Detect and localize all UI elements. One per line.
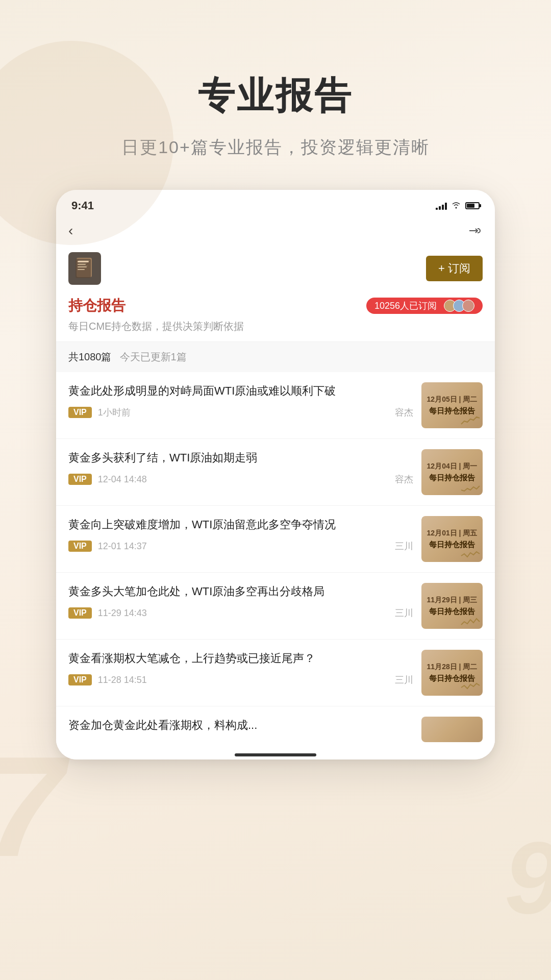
vip-badge: VIP [68,674,92,685]
thumb-date: 11月28日 | 周二 [427,662,478,672]
list-item[interactable]: 黄金向上突破难度增加，WTI原油留意此多空争夺情况 VIP 12-01 14:3… [56,506,495,573]
status-icons [436,201,480,211]
article-time: 12-04 14:48 [98,474,147,485]
channel-name-row: 持仓报告 10256人已订阅 [68,296,483,315]
article-time: 11-28 14:51 [98,675,147,685]
list-item[interactable]: 黄金看涨期权大笔减仓，上行趋势或已接近尾声？ VIP 11-28 14:51 三… [56,640,495,706]
signal-icon [436,202,447,210]
channel-desc: 每日CME持仓数据，提供决策判断依据 [68,320,483,333]
thumb-date: 12月05日 | 周二 [427,395,478,405]
wifi-icon [451,201,461,211]
article-time: 11-29 14:43 [98,608,147,619]
back-button[interactable]: ‹ [68,223,73,239]
thumb-date: 12月01日 | 周五 [427,528,478,538]
main-title: 专业报告 [0,71,551,120]
article-author: 三川 [395,674,413,686]
article-thumbnail: 12月01日 | 周五 每日持仓报告 [421,516,483,562]
channel-header: + 订阅 [56,247,495,293]
home-indicator [235,753,316,756]
article-meta: VIP 11-28 14:51 三川 [68,674,413,686]
article-meta: VIP 11-29 14:43 三川 [68,607,413,619]
stats-update: 今天已更新1篇 [120,350,187,364]
article-title: 资金加仓黄金此处看涨期权，料构成... [68,717,413,733]
status-bar: 9:41 [56,190,495,217]
article-content: 黄金向上突破难度增加，WTI原油留意此多空争夺情况 VIP 12-01 14:3… [68,516,413,552]
channel-info: 持仓报告 10256人已订阅 每日CME持仓数据，提供决策判断依据 [56,293,495,341]
article-content: 资金加仓黄金此处看涨期权，料构成... [68,717,413,741]
subscriber-avatars [444,300,474,312]
bg-number-2: 9 [505,827,551,929]
list-item[interactable]: 黄金多头大笔加仓此处，WTI原油多空再出分歧格局 VIP 11-29 14:43… [56,573,495,640]
nav-bar: ‹ [56,217,495,247]
article-content: 黄金多头大笔加仓此处，WTI原油多空再出分歧格局 VIP 11-29 14:43… [68,583,413,619]
status-time: 9:41 [71,199,94,212]
article-thumbnail: 11月28日 | 周二 每日持仓报告 [421,650,483,696]
article-author: 三川 [395,540,413,552]
article-title: 黄金多头大笔加仓此处，WTI原油多空再出分歧格局 [68,583,413,600]
subscribe-button[interactable]: + 订阅 [426,256,483,281]
share-button[interactable] [466,223,483,239]
article-thumbnail: 12月05日 | 周二 每日持仓报告 [421,382,483,428]
article-meta: VIP 1小时前 容杰 [68,406,413,419]
article-thumbnail: 12月04日 | 周一 每日持仓报告 [421,449,483,495]
avatar [462,300,474,312]
sub-title: 日更10+篇专业报告，投资逻辑更清晰 [0,136,551,159]
subscriber-count: 10256人已订阅 [374,300,437,312]
subscriber-badge: 10256人已订阅 [366,298,483,314]
thumb-date: 11月29日 | 周三 [427,595,478,605]
article-thumbnail-partial [421,717,483,742]
article-list: 黄金此处形成明显的对峙局面WTI原油或难以顺利下破 VIP 1小时前 容杰 12… [56,372,495,747]
battery-icon [465,202,480,209]
article-title: 黄金看涨期权大笔减仓，上行趋势或已接近尾声？ [68,650,413,667]
article-content: 黄金多头获利了结，WTI原油如期走弱 VIP 12-04 14:48 容杰 [68,449,413,485]
svg-rect-6 [78,264,86,265]
article-time: 1小时前 [98,406,131,419]
article-thumbnail: 11月29日 | 周三 每日持仓报告 [421,583,483,629]
article-meta: VIP 12-01 14:37 三川 [68,540,413,552]
article-author: 三川 [395,607,413,619]
article-title: 黄金向上突破难度增加，WTI原油留意此多空争夺情况 [68,516,413,533]
phone-mockup: 9:41 [56,190,495,760]
svg-rect-7 [78,266,87,267]
svg-rect-8 [78,269,85,270]
list-item-partial[interactable]: 资金加仓黄金此处看涨期权，料构成... [56,706,495,747]
phone-container: 9:41 [0,190,551,760]
channel-icon [68,252,101,285]
stats-row: 共1080篇 今天已更新1篇 [56,341,495,372]
vip-badge: VIP [68,407,92,418]
vip-badge: VIP [68,474,92,485]
article-author: 容杰 [395,473,413,485]
svg-rect-5 [78,261,89,262]
article-author: 容杰 [395,406,413,419]
list-item[interactable]: 黄金多头获利了结，WTI原油如期走弱 VIP 12-04 14:48 容杰 12… [56,439,495,506]
article-title: 黄金此处形成明显的对峙局面WTI原油或难以顺利下破 [68,382,413,399]
bottom-bar [56,747,495,760]
stats-total: 共1080篇 [68,350,112,364]
thumb-date: 12月04日 | 周一 [427,461,478,472]
article-time: 12-01 14:37 [98,541,147,552]
article-meta: VIP 12-04 14:48 容杰 [68,473,413,485]
article-content: 黄金此处形成明显的对峙局面WTI原油或难以顺利下破 VIP 1小时前 容杰 [68,382,413,419]
article-title: 黄金多头获利了结，WTI原油如期走弱 [68,449,413,466]
vip-badge: VIP [68,541,92,552]
list-item[interactable]: 黄金此处形成明显的对峙局面WTI原油或难以顺利下破 VIP 1小时前 容杰 12… [56,372,495,439]
channel-name: 持仓报告 [68,296,126,315]
article-content: 黄金看涨期权大笔减仓，上行趋势或已接近尾声？ VIP 11-28 14:51 三… [68,650,413,686]
vip-badge: VIP [68,607,92,619]
